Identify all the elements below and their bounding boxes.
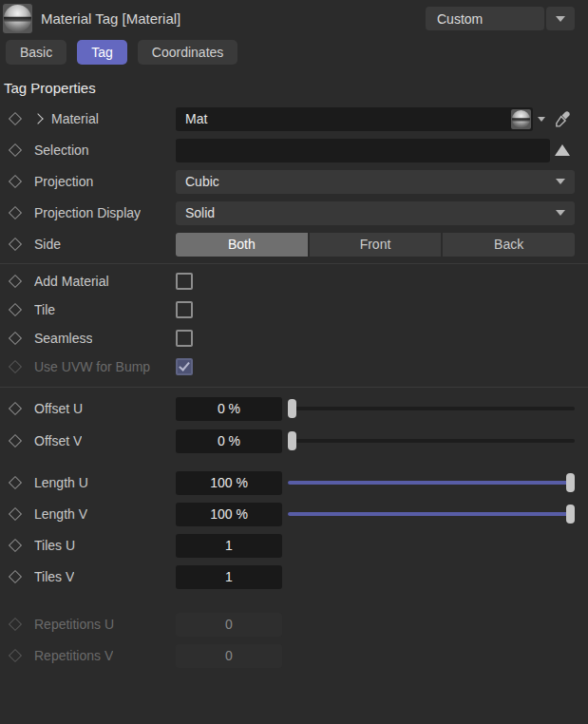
side-segment-both[interactable]: Both <box>176 233 308 257</box>
keyframe-diamond-icon[interactable] <box>9 303 22 316</box>
panel-header: Material Tag [Material] Custom <box>0 0 588 34</box>
tiles-v-field[interactable]: 1 <box>176 565 282 589</box>
row-tiles-u: Tiles U 1 <box>8 533 575 558</box>
preset-combo: Custom <box>426 7 575 30</box>
keyframe-diamond-icon[interactable] <box>9 175 22 188</box>
tab-basic[interactable]: Basic <box>6 40 66 65</box>
keyframe-diamond-icon[interactable] <box>9 275 22 288</box>
material-sphere-icon <box>512 110 530 128</box>
slider-handle[interactable] <box>288 399 296 418</box>
triangle-up-icon <box>555 144 570 156</box>
tab-tag[interactable]: Tag <box>77 40 127 65</box>
side-segment-front[interactable]: Front <box>310 233 442 257</box>
material-preview-thumbnail[interactable] <box>3 4 32 33</box>
material-link-thumbnail[interactable] <box>511 109 531 129</box>
material-link-value: Mat <box>185 111 207 126</box>
side-segment-back[interactable]: Back <box>443 233 575 257</box>
keyframe-diamond-icon[interactable] <box>9 332 22 345</box>
slider-fill <box>288 481 575 485</box>
offset-u-slider[interactable] <box>288 399 575 418</box>
keyframe-diamond-icon[interactable] <box>9 539 22 552</box>
tiles-u-field[interactable]: 1 <box>176 534 282 558</box>
material-pick-button[interactable] <box>550 110 575 128</box>
row-use-uvw-for-bump: Use UVW for Bump <box>8 358 575 375</box>
keyframe-diamond-icon[interactable] <box>9 476 22 489</box>
projection-dropdown[interactable]: Cubic <box>176 170 575 194</box>
keyframe-diamond-icon[interactable] <box>9 434 22 448</box>
offset-u-field[interactable]: 0 % <box>176 397 282 421</box>
keyframe-diamond-icon[interactable] <box>9 143 22 157</box>
panel-title: Material Tag [Material] <box>41 10 180 27</box>
tiles-u-label: Tiles U <box>34 538 75 553</box>
slider-track[interactable] <box>288 407 575 410</box>
row-offset-u: Offset U 0 % <box>8 396 575 421</box>
expand-chevron-icon[interactable] <box>32 113 43 124</box>
selection-field[interactable] <box>176 139 550 162</box>
tile-checkbox[interactable] <box>176 301 193 318</box>
seamless-label: Seamless <box>34 331 92 346</box>
row-projection: Projection Cubic <box>8 169 575 194</box>
keyframe-diamond-icon[interactable] <box>9 402 22 415</box>
material-link-dropdown-button[interactable] <box>533 117 550 122</box>
chevron-down-icon <box>556 16 565 22</box>
use-uvw-for-bump-checkbox <box>176 358 193 375</box>
section-title: Tag Properties <box>4 80 588 96</box>
row-length-v: Length V 100 % <box>8 502 575 526</box>
length-u-label: Length U <box>34 475 88 490</box>
repetitions-v-label: Repetitions V <box>34 648 113 663</box>
tab-bar: Basic Tag Coordinates <box>6 40 588 65</box>
offset-v-slider[interactable] <box>288 431 575 450</box>
row-material: Material Mat <box>8 106 575 131</box>
add-material-checkbox[interactable] <box>176 273 193 290</box>
chevron-down-icon <box>556 179 565 184</box>
separator <box>0 387 588 388</box>
tiles-v-label: Tiles V <box>34 569 74 584</box>
row-add-material: Add Material <box>8 273 575 290</box>
projection-display-dropdown[interactable]: Solid <box>176 201 575 225</box>
preset-dropdown[interactable]: Custom <box>426 7 544 30</box>
keyframe-diamond-icon <box>9 360 22 373</box>
slider-track[interactable] <box>288 439 575 443</box>
spacer <box>0 596 588 612</box>
length-v-field[interactable]: 100 % <box>176 503 282 526</box>
repetitions-u-label: Repetitions U <box>34 617 114 632</box>
preset-dropdown-arrow-button[interactable] <box>546 7 575 30</box>
length-v-label: Length V <box>34 506 87 522</box>
material-label: Material <box>51 111 99 126</box>
tab-coordinates[interactable]: Coordinates <box>138 40 238 65</box>
row-offset-v: Offset V 0 % <box>8 429 575 453</box>
side-label: Side <box>34 237 61 252</box>
slider-handle[interactable] <box>566 505 575 524</box>
seamless-checkbox[interactable] <box>176 330 193 347</box>
slider-handle[interactable] <box>566 473 575 492</box>
row-side: Side Both Front Back <box>8 232 575 257</box>
keyframe-diamond-icon[interactable] <box>9 238 22 251</box>
keyframe-diamond-icon <box>9 618 22 631</box>
row-seamless: Seamless <box>8 330 575 347</box>
row-projection-display: Projection Display Solid <box>8 200 575 225</box>
keyframe-diamond-icon[interactable] <box>9 112 22 125</box>
chevron-down-icon <box>556 210 565 216</box>
tile-label: Tile <box>34 302 55 317</box>
length-u-slider[interactable] <box>288 473 575 492</box>
length-u-field[interactable]: 100 % <box>176 471 282 495</box>
projection-value: Cubic <box>185 174 219 189</box>
row-repetitions-v: Repetitions V 0 <box>8 643 575 668</box>
keyframe-diamond-icon[interactable] <box>9 507 22 521</box>
row-selection: Selection <box>8 138 575 162</box>
selection-drop-button[interactable] <box>550 144 575 156</box>
slider-handle[interactable] <box>288 431 296 450</box>
slider-fill <box>288 512 575 516</box>
material-link-field[interactable]: Mat <box>176 107 533 131</box>
chevron-down-icon <box>538 117 545 122</box>
material-sphere-icon <box>4 5 31 32</box>
keyframe-diamond-icon[interactable] <box>9 206 22 219</box>
row-tiles-v: Tiles V 1 <box>8 564 575 589</box>
preset-value: Custom <box>437 11 483 27</box>
keyframe-diamond-icon <box>9 649 22 662</box>
attribute-manager-panel: Material Tag [Material] Custom Basic Tag… <box>0 0 588 724</box>
offset-v-field[interactable]: 0 % <box>176 429 282 453</box>
keyframe-diamond-icon[interactable] <box>9 570 22 583</box>
length-v-slider[interactable] <box>288 505 575 524</box>
spacer <box>0 460 588 470</box>
